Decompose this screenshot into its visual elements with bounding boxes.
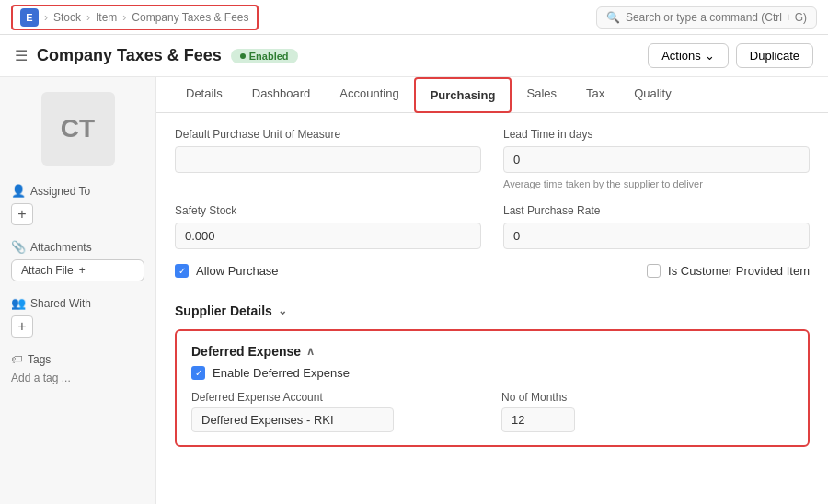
deferred-cols: Deferred Expense Account No of Months xyxy=(191,391,793,432)
deferred-expense-section: Deferred Expense ∧ ✓ Enable Deferred Exp… xyxy=(175,329,810,447)
tab-purchasing[interactable]: Purchasing xyxy=(414,77,512,113)
breadcrumb-current: Company Taxes & Fees xyxy=(132,11,248,24)
title-left: ☰ Company Taxes & Fees Enabled xyxy=(15,46,298,65)
content-area: Details Dashboard Accounting Purchasing … xyxy=(156,77,828,504)
tab-quality[interactable]: Quality xyxy=(619,77,685,112)
shared-with-label: 👥 Shared With xyxy=(11,296,144,310)
shared-with-add-button[interactable]: + xyxy=(11,315,33,338)
plus-icon: + xyxy=(79,264,86,277)
tab-details[interactable]: Details xyxy=(171,77,237,112)
last-purchase-rate-label: Last Purchase Rate xyxy=(503,204,810,217)
top-bar: E › Stock › Item › Company Taxes & Fees … xyxy=(0,0,828,35)
deferred-expense-label: Deferred Expense xyxy=(191,344,301,359)
avatar-area: CT xyxy=(11,92,144,166)
search-icon: 🔍 xyxy=(606,11,620,24)
assigned-to-section: 👤 Assigned To + xyxy=(11,184,144,225)
tab-accounting[interactable]: Accounting xyxy=(325,77,413,112)
breadcrumb: E › Stock › Item › Company Taxes & Fees xyxy=(11,5,259,30)
purchasing-form: Default Purchase Unit of Measure Lead Ti… xyxy=(156,113,828,504)
home-icon[interactable]: E xyxy=(20,8,39,27)
is-customer-provided-checkbox[interactable] xyxy=(647,264,661,278)
checkboxes-row: ✓ Allow Purchase Is Customer Provided It… xyxy=(175,264,810,289)
default-purchase-uom-input[interactable] xyxy=(175,146,481,173)
form-row-1: Default Purchase Unit of Measure Lead Ti… xyxy=(175,128,810,189)
search-placeholder: Search or type a command (Ctrl + G) xyxy=(626,11,807,24)
lead-time-group: Lead Time in days Average time taken by … xyxy=(503,128,810,189)
assigned-to-label: 👤 Assigned To xyxy=(11,184,144,198)
default-purchase-uom-label: Default Purchase Unit of Measure xyxy=(175,128,481,141)
shared-with-section: 👥 Shared With + xyxy=(11,296,144,338)
tabs: Details Dashboard Accounting Purchasing … xyxy=(156,77,828,113)
add-tag-link[interactable]: Add a tag ... xyxy=(11,372,144,384)
safety-stock-label: Safety Stock xyxy=(175,204,481,217)
lead-time-helper: Average time taken by the supplier to de… xyxy=(503,178,810,189)
allow-purchase-label: Allow Purchase xyxy=(196,264,279,278)
enable-deferred-row: ✓ Enable Deferred Expense xyxy=(191,366,793,380)
no-of-months-input[interactable] xyxy=(501,407,575,432)
deferred-account-input[interactable] xyxy=(191,407,394,432)
breadcrumb-stock[interactable]: Stock xyxy=(53,11,81,24)
deferred-account-col: Deferred Expense Account xyxy=(191,391,483,432)
sidebar: CT 👤 Assigned To + 📎 Attachments Attach … xyxy=(0,77,156,504)
tab-sales[interactable]: Sales xyxy=(512,77,571,112)
actions-button[interactable]: Actions ⌄ xyxy=(648,43,729,68)
breadcrumb-item[interactable]: Item xyxy=(96,11,117,24)
status-dot xyxy=(240,53,246,59)
deferred-chevron-up-icon: ∧ xyxy=(306,345,315,358)
title-bar: ☰ Company Taxes & Fees Enabled Actions ⌄… xyxy=(0,35,828,77)
tags-label: 🏷 Tags xyxy=(11,352,144,366)
supplier-details-label: Supplier Details xyxy=(175,304,272,318)
is-customer-provided-row: Is Customer Provided Item xyxy=(647,264,810,278)
menu-icon[interactable]: ☰ xyxy=(15,47,28,64)
tab-dashboard[interactable]: Dashboard xyxy=(237,77,326,112)
attachments-label: 📎 Attachments xyxy=(11,240,144,254)
assigned-to-add-button[interactable]: + xyxy=(11,203,33,225)
is-customer-provided-label: Is Customer Provided Item xyxy=(668,264,810,278)
share-icon: 👥 xyxy=(11,296,26,310)
allow-purchase-checkbox[interactable]: ✓ xyxy=(175,264,189,278)
safety-stock-input[interactable] xyxy=(175,223,481,249)
last-purchase-rate-input[interactable] xyxy=(503,223,810,249)
search-bar[interactable]: 🔍 Search or type a command (Ctrl + G) xyxy=(596,6,817,29)
person-icon: 👤 xyxy=(11,184,26,198)
supplier-chevron-down-icon: ⌄ xyxy=(278,304,287,317)
form-row-2: Safety Stock Last Purchase Rate xyxy=(175,204,810,249)
lead-time-label: Lead Time in days xyxy=(503,128,810,141)
no-of-months-label: No of Months xyxy=(501,391,793,404)
status-text: Enabled xyxy=(249,51,289,62)
status-badge: Enabled xyxy=(231,49,298,63)
enable-deferred-checkbox[interactable]: ✓ xyxy=(191,366,205,380)
safety-stock-group: Safety Stock xyxy=(175,204,481,249)
deferred-account-label: Deferred Expense Account xyxy=(191,391,483,404)
no-of-months-col: No of Months xyxy=(501,391,793,432)
chevron-down-icon: ⌄ xyxy=(705,49,715,63)
main-layout: CT 👤 Assigned To + 📎 Attachments Attach … xyxy=(0,77,828,504)
tags-section: 🏷 Tags Add a tag ... xyxy=(11,352,144,384)
paperclip-icon: 📎 xyxy=(11,240,26,254)
page-title: Company Taxes & Fees xyxy=(37,46,222,65)
attachments-section: 📎 Attachments Attach File + xyxy=(11,240,144,281)
enable-deferred-label: Enable Deferred Expense xyxy=(213,366,350,380)
supplier-details-header[interactable]: Supplier Details ⌄ xyxy=(175,304,810,318)
default-purchase-uom-group: Default Purchase Unit of Measure xyxy=(175,128,481,189)
tab-tax[interactable]: Tax xyxy=(571,77,619,112)
avatar: CT xyxy=(41,92,115,166)
lead-time-input[interactable] xyxy=(503,146,810,173)
last-purchase-rate-group: Last Purchase Rate xyxy=(503,204,810,249)
deferred-expense-header[interactable]: Deferred Expense ∧ xyxy=(191,344,793,359)
duplicate-button[interactable]: Duplicate xyxy=(736,43,813,68)
allow-purchase-row: ✓ Allow Purchase xyxy=(175,264,279,278)
attach-file-button[interactable]: Attach File + xyxy=(11,259,144,281)
title-actions: Actions ⌄ Duplicate xyxy=(648,43,813,68)
tag-icon: 🏷 xyxy=(11,352,23,366)
